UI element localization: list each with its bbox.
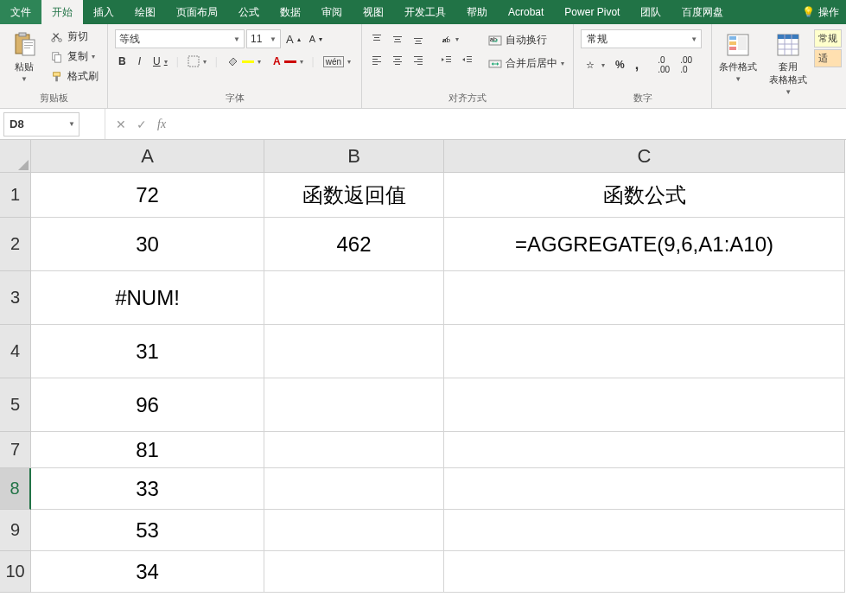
row-header-1[interactable]: 1 [0, 173, 31, 218]
format-as-table-button[interactable]: 套用 表格格式 ▼ [764, 28, 812, 99]
cell-C8[interactable] [444, 468, 845, 510]
column-header-C[interactable]: C [444, 140, 845, 173]
align-left-button[interactable] [367, 52, 386, 67]
ribbon-tab-8[interactable]: 视图 [353, 0, 394, 24]
ribbon-tab-0[interactable]: 文件 [0, 0, 41, 24]
cell-B9[interactable] [264, 510, 444, 551]
merge-center-button[interactable]: 合并后居中 ▾ [485, 54, 568, 73]
font-color-button[interactable]: A▾ [270, 54, 307, 69]
ribbon-tab-6[interactable]: 数据 [270, 0, 311, 24]
cell-B7[interactable] [264, 432, 444, 468]
wrap-text-button[interactable]: ab 自动换行 [485, 31, 568, 49]
cancel-formula-button[interactable]: ✕ [116, 117, 126, 131]
copy-button[interactable]: 复制 ▾ [47, 48, 102, 66]
ribbon-tab-13[interactable]: 团队 [630, 0, 671, 24]
cell-A1[interactable]: 72 [31, 173, 264, 218]
row-header-2[interactable]: 2 [0, 218, 31, 271]
cell-B3[interactable] [264, 271, 444, 325]
align-center-button[interactable] [388, 52, 407, 67]
row-header-3[interactable]: 3 [0, 271, 31, 325]
cell-B4[interactable] [264, 325, 444, 378]
row-header-4[interactable]: 4 [0, 325, 31, 378]
ribbon-tab-5[interactable]: 公式 [228, 0, 270, 24]
comma-button[interactable]: , [632, 55, 642, 74]
bold-button[interactable]: B [115, 54, 130, 69]
cell-A10[interactable]: 34 [31, 551, 264, 593]
ribbon-tab-1[interactable]: 开始 [41, 0, 83, 24]
cell-C2[interactable]: =AGGREGATE(9,6,A1:A10) [444, 218, 845, 271]
ribbon-tab-11[interactable]: Acrobat [498, 0, 554, 24]
name-box[interactable]: D8 ▼ [3, 112, 80, 137]
ribbon-tab-10[interactable]: 帮助 [456, 0, 498, 24]
ribbon-tab-2[interactable]: 插入 [83, 0, 124, 24]
italic-button[interactable]: I [135, 54, 144, 69]
decrease-decimal-button[interactable]: .00.0 [677, 54, 696, 76]
font-size-select[interactable]: 11 ▼ [246, 29, 281, 48]
tell-me[interactable]: 💡操作 [795, 0, 846, 24]
select-all-triangle[interactable] [0, 140, 31, 173]
ribbon-tab-9[interactable]: 开发工具 [394, 0, 456, 24]
decrease-font-button[interactable]: A▾ [306, 32, 326, 46]
cell-B2[interactable]: 462 [264, 218, 444, 271]
svg-point-7 [59, 38, 62, 41]
enter-formula-button[interactable]: ✓ [137, 117, 147, 131]
font-name-select[interactable]: 等线 ▼ [115, 29, 245, 48]
cell-C1[interactable]: 函数公式 [444, 173, 845, 218]
insert-function-button[interactable]: fx [157, 117, 166, 131]
row-header-7[interactable]: 7 [0, 432, 31, 468]
cell-style-preview-1[interactable]: 常规 [814, 29, 842, 48]
cell-C4[interactable] [444, 325, 845, 378]
ribbon-tab-7[interactable]: 审阅 [311, 0, 353, 24]
ribbon-tab-4[interactable]: 页面布局 [166, 0, 228, 24]
underline-button[interactable]: U▾ [149, 54, 171, 69]
row-header-10[interactable]: 10 [0, 551, 31, 593]
percent-button[interactable]: % [612, 57, 628, 73]
svg-rect-35 [446, 56, 451, 57]
column-header-A[interactable]: A [31, 140, 264, 173]
cell-A5[interactable]: 96 [31, 378, 264, 432]
column-header-B[interactable]: B [264, 140, 444, 173]
accounting-format-button[interactable]: ☆▾ [581, 57, 608, 73]
number-format-select[interactable]: 常规 ▼ [581, 29, 702, 48]
increase-decimal-button[interactable]: .0.00 [654, 54, 673, 76]
align-right-button[interactable] [409, 52, 428, 67]
phonetic-button[interactable]: wén▾ [320, 54, 354, 69]
ribbon-tab-3[interactable]: 绘图 [124, 0, 166, 24]
cell-B5[interactable] [264, 378, 444, 432]
cell-A7[interactable]: 81 [31, 432, 264, 468]
cell-C7[interactable] [444, 432, 845, 468]
cell-B1[interactable]: 函数返回值 [264, 173, 444, 218]
cell-A9[interactable]: 53 [31, 510, 264, 551]
align-middle-button[interactable] [388, 31, 407, 47]
row-header-5[interactable]: 5 [0, 378, 31, 432]
increase-font-button[interactable]: A▴ [283, 31, 304, 48]
ribbon-tab-14[interactable]: 百度网盘 [671, 0, 734, 24]
cut-button[interactable]: 剪切 [47, 28, 102, 46]
row-header-8[interactable]: 8 [0, 468, 31, 510]
paste-button[interactable]: 粘贴 ▼ [5, 28, 43, 86]
cell-C10[interactable] [444, 551, 845, 593]
fill-color-button[interactable]: ▾ [223, 54, 264, 69]
cell-B8[interactable] [264, 468, 444, 510]
align-top-button[interactable] [367, 31, 386, 47]
cell-C3[interactable] [444, 271, 845, 325]
decrease-indent-button[interactable] [436, 52, 455, 67]
cell-A2[interactable]: 30 [31, 218, 264, 271]
orientation-button[interactable]: ab▾ [436, 31, 462, 47]
increase-indent-button[interactable] [457, 52, 476, 67]
cell-C9[interactable] [444, 510, 845, 551]
cell-style-preview-2[interactable]: 适 [814, 49, 842, 67]
cell-B10[interactable] [264, 551, 444, 593]
row-header-9[interactable]: 9 [0, 510, 31, 551]
conditional-formatting-button[interactable]: 条件格式 ▼ [714, 28, 762, 86]
cell-A8[interactable]: 33 [31, 468, 264, 510]
cell-C5[interactable] [444, 378, 845, 432]
border-button[interactable]: ▾ [184, 54, 210, 69]
svg-rect-39 [467, 59, 472, 60]
format-painter-button[interactable]: 格式刷 [47, 67, 102, 86]
cell-A4[interactable]: 31 [31, 325, 264, 378]
cell-A3[interactable]: #NUM! [31, 271, 264, 325]
align-bottom-button[interactable] [409, 31, 428, 47]
chevron-down-icon: ▼ [233, 35, 240, 43]
ribbon-tab-12[interactable]: Power Pivot [554, 0, 630, 24]
